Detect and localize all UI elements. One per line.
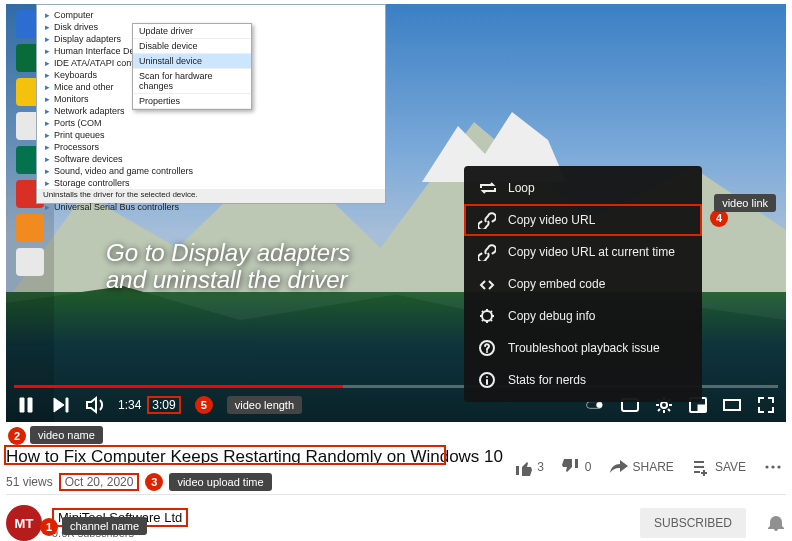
annotation-label-5: video length [227,396,302,414]
more-button[interactable] [764,458,782,476]
video-actions: 3 0 SHARE SAVE [514,458,782,476]
svg-point-6 [661,402,667,408]
svg-rect-9 [724,400,740,410]
volume-icon[interactable] [84,395,104,415]
ctx-label: Copy video URL at current time [508,245,675,259]
annotation-label-4: video link [714,194,776,212]
ctx-loop[interactable]: Loop [464,172,702,204]
save-button[interactable]: SAVE [692,458,746,476]
loop-icon [478,179,496,197]
svg-point-12 [777,465,780,468]
subscribe-button[interactable]: SUBSCRIBED [640,508,746,538]
ctx-label: Loop [508,181,535,195]
annotation-marker-1: 1 [40,518,58,536]
svg-point-11 [771,465,774,468]
ctx-copy-url[interactable]: Copy video URL 4 [464,204,702,236]
svg-point-4 [597,402,603,408]
ctx-copy-debug[interactable]: Copy debug info [464,300,702,332]
ctx-label: Troubleshoot playback issue [508,341,660,355]
share-button[interactable]: SHARE [610,458,674,476]
save-icon [692,458,710,476]
help-icon [478,339,496,357]
theater-icon[interactable] [722,395,742,415]
next-icon[interactable] [50,395,70,415]
device-manager-window: ComputerDisk drives Display adaptersHuma… [36,4,386,204]
thumb-up-icon [514,458,532,476]
link-icon [478,243,496,261]
ctx-label: Copy video URL [508,213,595,227]
pause-icon[interactable] [16,395,36,415]
svg-rect-8 [698,405,705,411]
channel-avatar[interactable]: MT [6,505,42,541]
bug-icon [478,307,496,325]
thumb-down-icon [562,458,580,476]
like-button[interactable]: 3 [514,458,544,476]
duration-box: 3:09 [147,396,180,414]
ctx-copy-embed[interactable]: Copy embed code [464,268,702,300]
annotation-marker-5: 5 [195,396,213,414]
svg-point-0 [482,311,492,321]
upload-date: Oct 20, 2020 [59,473,140,491]
annotation-marker-2: 2 [8,427,26,445]
more-icon [764,458,782,476]
ctx-label: Copy debug info [508,309,595,323]
link-icon [478,211,496,229]
info-icon [478,371,496,389]
bell-icon[interactable] [766,513,786,533]
time-display: 1:34 3:09 [118,396,181,414]
annotation-marker-3: 3 [145,473,163,491]
annotation-label-3: video upload time [169,473,271,491]
annotation-label-2: video name [30,426,103,444]
annotation-label-1: channel name [62,517,147,535]
ctx-label: Stats for nerds [508,373,586,387]
fullscreen-icon[interactable] [756,395,776,415]
video-player[interactable]: ComputerDisk drives Display adaptersHuma… [6,4,786,422]
ctx-stats[interactable]: Stats for nerds [464,364,702,396]
code-icon [478,275,496,293]
ctx-troubleshoot[interactable]: Troubleshoot playback issue [464,332,702,364]
ctx-copy-url-time[interactable]: Copy video URL at current time [464,236,702,268]
dislike-button[interactable]: 0 [562,458,592,476]
video-caption: Go to Display adaptersand uninstall the … [106,239,350,294]
share-icon [610,458,628,476]
player-context-menu: Loop Copy video URL 4 Copy video URL at … [464,166,702,402]
ctx-label: Copy embed code [508,277,605,291]
svg-point-10 [765,465,768,468]
devmgr-context-menu: Update driverDisable device Uninstall de… [132,23,252,110]
